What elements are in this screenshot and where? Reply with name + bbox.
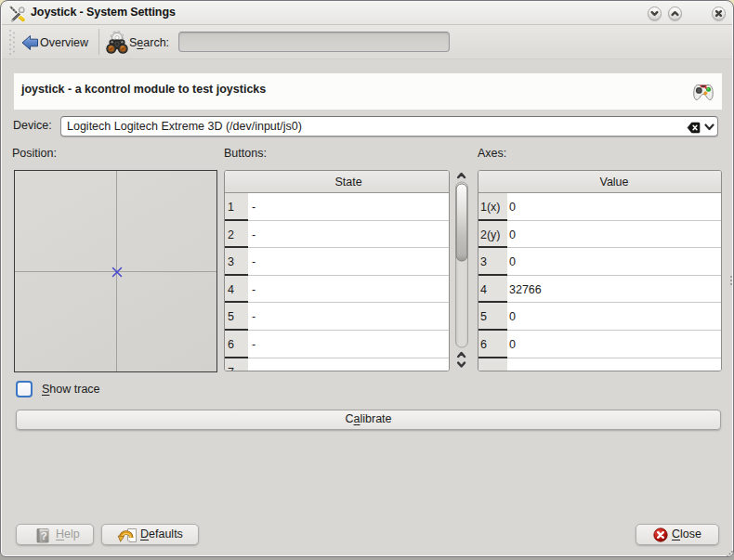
- svg-text:?: ?: [41, 530, 47, 541]
